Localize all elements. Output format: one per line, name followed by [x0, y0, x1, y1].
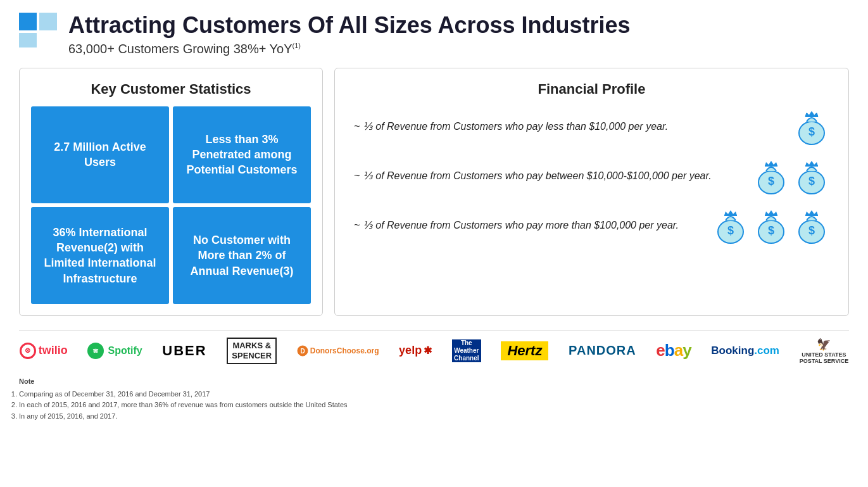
svg-text:$: $	[808, 224, 815, 237]
booking-logo: Booking.com	[711, 339, 779, 362]
main-content: Key Customer Statistics 2.7 Million Acti…	[19, 68, 849, 316]
logo-strip: ⊗ twilio Spotify UBER MARKS &SPENCER D D…	[19, 330, 849, 370]
stat-cell-0: 2.7 Million Active Users	[31, 106, 169, 203]
money-bag-icon: $	[794, 206, 829, 244]
stat-cell-3: No Customer with More than 2% of Annual …	[173, 207, 311, 304]
uber-label: UBER	[162, 343, 206, 359]
usps-label: UNITED STATESPOSTAL SERVICE	[800, 351, 849, 364]
notes-list: Comparing as of December 31, 2016 and De…	[19, 389, 849, 422]
svg-text:$: $	[727, 224, 734, 237]
marks-spencer-logo: MARKS &SPENCER	[227, 339, 277, 362]
financial-title: Financial Profile	[354, 81, 829, 98]
money-bags-2: $ $ $	[713, 206, 829, 244]
donors-choose-label: DonorsChoose.org	[310, 346, 379, 355]
twilio-label: twilio	[39, 344, 68, 357]
svg-rect-2	[19, 33, 37, 47]
marks-spencer-label: MARKS &SPENCER	[227, 338, 277, 364]
hertz-logo: Hertz	[501, 339, 548, 362]
money-bags-0: $	[794, 108, 829, 146]
ebay-label: ebay	[656, 341, 691, 360]
stats-title: Key Customer Statistics	[31, 81, 311, 98]
donors-choose-logo: D DonorsChoose.org	[297, 339, 379, 362]
hertz-label: Hertz	[501, 341, 548, 360]
money-bag-icon: $	[794, 108, 829, 146]
yelp-label: yelp	[399, 344, 422, 357]
note-item-2: In any of 2015, 2016, and 2017.	[19, 411, 849, 422]
svg-text:D: D	[300, 348, 305, 355]
note-item-1: In each of 2015, 2016 and 2017, more tha…	[19, 400, 849, 411]
financial-row-0: ~ ⅓ of Revenue from Customers who pay le…	[354, 108, 829, 146]
pandora-logo: PANDORA	[569, 339, 636, 362]
weather-channel-logo: TheWeatherChannel	[452, 339, 481, 362]
twilio-logo: ⊗ twilio	[20, 339, 68, 362]
money-bag-icon: $	[713, 206, 748, 244]
pandora-label: PANDORA	[569, 343, 636, 358]
stat-cell-2: 36% International Revenue(2) with Limite…	[31, 207, 169, 304]
financial-row-1: ~ ⅓ of Revenue from Customers who pay be…	[354, 157, 829, 195]
stats-grid: 2.7 Million Active Users Less than 3% Pe…	[31, 106, 311, 304]
note-title: Note	[19, 376, 849, 388]
yelp-logo: yelp ✱	[399, 339, 432, 362]
svg-text:$: $	[808, 125, 815, 138]
financial-row-2: ~ ⅓ of Revenue from Customers who pay mo…	[354, 206, 829, 244]
weather-channel-label: TheWeatherChannel	[452, 339, 481, 362]
money-bag-icon: $	[794, 157, 829, 195]
header-area: Attracting Customers Of All Sizes Across…	[19, 13, 849, 56]
company-logo	[19, 13, 57, 47]
svg-text:$: $	[768, 224, 774, 237]
uber-logo: UBER	[162, 339, 206, 362]
svg-rect-1	[39, 13, 57, 30]
usps-logo: 🦅 UNITED STATESPOSTAL SERVICE	[800, 339, 849, 362]
svg-rect-0	[19, 13, 37, 30]
note-item-0: Comparing as of December 31, 2016 and De…	[19, 389, 849, 400]
money-bags-1: $ $	[753, 157, 829, 195]
header-text: Attracting Customers Of All Sizes Across…	[68, 13, 631, 56]
financial-box: Financial Profile ~ ⅓ of Revenue from Cu…	[334, 68, 849, 316]
spotify-icon	[87, 343, 104, 359]
page-subtitle: 63,000+ Customers Growing 38%+ YoY(1)	[68, 42, 631, 56]
svg-text:$: $	[808, 175, 815, 187]
spotify-logo: Spotify	[87, 339, 142, 362]
financial-text-2: ~ ⅓ of Revenue from Customers who pay mo…	[354, 218, 700, 233]
usps-eagle-icon: 🦅	[817, 338, 831, 351]
ebay-logo: ebay	[656, 339, 691, 362]
page-title: Attracting Customers Of All Sizes Across…	[68, 13, 631, 38]
notes-section: Note Comparing as of December 31, 2016 a…	[19, 376, 849, 422]
twilio-icon: ⊗	[20, 343, 36, 359]
stats-box: Key Customer Statistics 2.7 Million Acti…	[19, 68, 323, 316]
money-bag-icon: $	[753, 157, 789, 195]
money-bag-icon: $	[753, 206, 789, 244]
svg-text:$: $	[768, 175, 774, 187]
booking-label: Booking.com	[711, 345, 779, 357]
financial-text-0: ~ ⅓ of Revenue from Customers who pay le…	[354, 119, 781, 134]
spotify-label: Spotify	[108, 345, 142, 357]
stat-cell-1: Less than 3% Penetrated among Potential …	[173, 106, 311, 203]
yelp-burst: ✱	[424, 345, 432, 357]
financial-text-1: ~ ⅓ of Revenue from Customers who pay be…	[354, 168, 741, 184]
